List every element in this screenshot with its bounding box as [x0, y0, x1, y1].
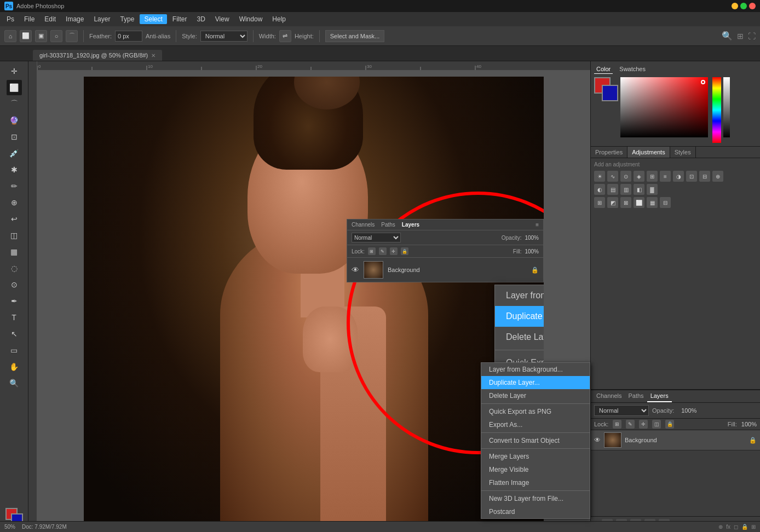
adj-pattern-icon[interactable]: ⊠ — [620, 197, 631, 208]
adj-color-balance-icon[interactable]: ≡ — [660, 171, 671, 182]
ellipse-tool[interactable]: ○ — [50, 30, 62, 42]
lock-brush-icon[interactable]: ✎ — [626, 420, 635, 429]
layer-visibility-eye[interactable]: 👁 — [594, 436, 601, 444]
cm-small-duplicate-layer[interactable]: Duplicate Layer... — [481, 376, 590, 389]
hand-tool[interactable]: ✋ — [7, 359, 22, 374]
adj-hsl-icon[interactable]: ⊞ — [647, 171, 658, 182]
lock-checkerboard-icon[interactable]: ⊞ — [613, 420, 621, 429]
cm-small-flatten-image[interactable]: Flatten Image — [481, 476, 590, 489]
adj-levels-icon[interactable]: ⊞ — [594, 197, 605, 208]
menu-filter[interactable]: Filter — [168, 14, 192, 24]
layer-visibility-icon[interactable]: 👁 — [352, 265, 359, 274]
history-brush-tool[interactable]: ↩ — [7, 211, 22, 227]
cm-small-quick-export[interactable]: Quick Export as PNG — [481, 405, 590, 418]
adj-channel-mixer-icon[interactable]: ⊟ — [699, 171, 710, 182]
lasso-tool[interactable]: ⌒ — [7, 96, 22, 112]
cm-large-item-delete-layer[interactable]: Delete Layer — [495, 327, 544, 348]
cm-large-item-layer-from-bg[interactable]: Layer from Background... — [495, 285, 544, 306]
adj-selective-color-icon[interactable]: ◧ — [634, 184, 644, 195]
fg-bg-color-selector[interactable] — [594, 77, 618, 101]
layer-row-background[interactable]: 👁 Background 🔒 — [591, 430, 760, 450]
styles-tab[interactable]: Styles — [670, 147, 696, 158]
tab-close-button[interactable]: ✕ — [151, 53, 156, 59]
adj-photo-filter-icon[interactable]: ⊡ — [686, 171, 697, 182]
search-icon[interactable]: 🔍 — [722, 31, 733, 41]
background-color[interactable] — [602, 85, 618, 101]
cm-small-convert-smart[interactable]: Convert to Smart Object — [481, 434, 590, 447]
document-tab[interactable]: girl-3033718_1920.jpg @ 50% (RGB/8#) ✕ — [33, 50, 162, 61]
menu-3d[interactable]: 3D — [192, 14, 209, 24]
pen-tool[interactable]: ✒ — [7, 293, 22, 309]
swatches-tab[interactable]: Swatches — [617, 65, 648, 74]
channels-tab[interactable]: Channels — [593, 390, 625, 402]
adj-posterize-icon[interactable]: ▤ — [607, 184, 618, 195]
feather-input[interactable] — [115, 31, 142, 42]
arrange-windows-icon[interactable]: ⊞ — [737, 32, 744, 41]
lock-all-icon[interactable]: 🔒 — [665, 420, 674, 429]
cm-small-export-as[interactable]: Export As... — [481, 418, 590, 431]
brush-tool[interactable]: ✏ — [7, 178, 22, 194]
minimize-button[interactable] — [732, 3, 738, 9]
blend-mode-select[interactable]: Normal Dissolve Multiply Screen — [594, 405, 649, 416]
menu-help[interactable]: Help — [268, 14, 290, 24]
swap-dimensions-icon[interactable]: ⇌ — [279, 30, 291, 42]
menu-type[interactable]: Type — [116, 14, 139, 24]
move-tool[interactable]: ✛ — [7, 63, 22, 79]
lock-move-icon[interactable]: ✛ — [639, 420, 648, 429]
menu-image[interactable]: Image — [61, 14, 88, 24]
cm-small-layer-from-bg[interactable]: Layer from Background... — [481, 363, 590, 376]
adj-invert-icon[interactable]: ◐ — [594, 184, 605, 195]
adj-exposure-icon[interactable]: ⊙ — [620, 171, 631, 182]
properties-tab[interactable]: Properties — [591, 147, 627, 158]
rect-tool[interactable]: ▣ — [35, 30, 47, 42]
lock-artboard-icon[interactable]: ✛ — [390, 247, 398, 255]
close-button[interactable] — [749, 3, 756, 9]
layers-tab[interactable]: Layers — [647, 390, 672, 402]
color-saturation-brightness[interactable] — [620, 77, 708, 137]
blur-tool[interactable]: ◌ — [7, 261, 22, 276]
hue-slider[interactable] — [712, 77, 721, 143]
adj-color-lookup-icon[interactable]: ⊕ — [712, 171, 723, 182]
paths-tab[interactable]: Paths — [625, 390, 647, 402]
channels-tab-overlay[interactable]: Channels — [352, 222, 375, 228]
eraser-tool[interactable]: ◫ — [7, 228, 22, 243]
adj-pattern-fill-icon[interactable]: ⊟ — [660, 197, 671, 208]
lasso-tool[interactable]: ⌒ — [66, 30, 78, 42]
quick-select-tool[interactable]: 🔮 — [7, 113, 22, 128]
cm-small-merge-layers[interactable]: Merge Layers — [481, 450, 590, 463]
lock-all-icon[interactable]: 🔒 — [401, 247, 408, 255]
maximize-button[interactable] — [740, 3, 747, 9]
cm-large-item-duplicate-layer[interactable]: Duplicate Layer... — [495, 306, 544, 327]
window-controls[interactable] — [732, 3, 756, 9]
adj-vibrance-icon[interactable]: ◈ — [634, 171, 644, 182]
color-tab[interactable]: Color — [594, 65, 613, 74]
blend-mode-select-overlay[interactable]: Normal — [352, 233, 401, 242]
spot-healing-tool[interactable]: ✱ — [7, 162, 22, 177]
cm-small-delete-layer[interactable]: Delete Layer — [481, 389, 590, 402]
adjustments-tab[interactable]: Adjustments — [627, 147, 670, 158]
select-and-mask-button[interactable]: Select and Mask... — [325, 30, 385, 42]
adj-threshold-icon[interactable]: ▥ — [620, 184, 631, 195]
adj-bw-icon[interactable]: ◑ — [673, 171, 684, 182]
style-select[interactable]: Normal Fixed Ratio Fixed Size — [200, 31, 247, 42]
rectangular-marquee-tool[interactable]: ⬜ — [7, 80, 22, 95]
lock-position-icon[interactable]: ✎ — [379, 247, 387, 255]
cm-small-new-3d-layer[interactable]: New 3D Layer from File... — [481, 492, 590, 505]
zoom-tool[interactable]: 🔍 — [7, 375, 22, 391]
brightness-slider[interactable] — [723, 77, 730, 137]
menu-view[interactable]: View — [211, 14, 234, 24]
menu-window[interactable]: Window — [235, 14, 267, 24]
lock-pixels-icon[interactable]: ⊞ — [368, 247, 376, 255]
dodge-tool[interactable]: ⊙ — [7, 277, 22, 292]
path-select-tool[interactable]: ↖ — [7, 326, 22, 342]
paths-tab-overlay[interactable]: Paths — [381, 222, 395, 228]
shape-select-tool[interactable]: ⬜ — [20, 30, 32, 42]
eyedropper-tool[interactable]: 💉 — [7, 146, 22, 161]
adj-curves-icon[interactable]: ∿ — [607, 171, 618, 182]
menu-select[interactable]: Select — [140, 14, 166, 24]
cm-small-postcard[interactable]: Postcard — [481, 505, 590, 518]
home-button[interactable]: ⌂ — [4, 30, 16, 42]
adj-gradient-fill-icon[interactable]: ▦ — [647, 197, 658, 208]
shape-tool[interactable]: ▭ — [7, 343, 22, 358]
crop-tool[interactable]: ⊡ — [7, 129, 22, 144]
